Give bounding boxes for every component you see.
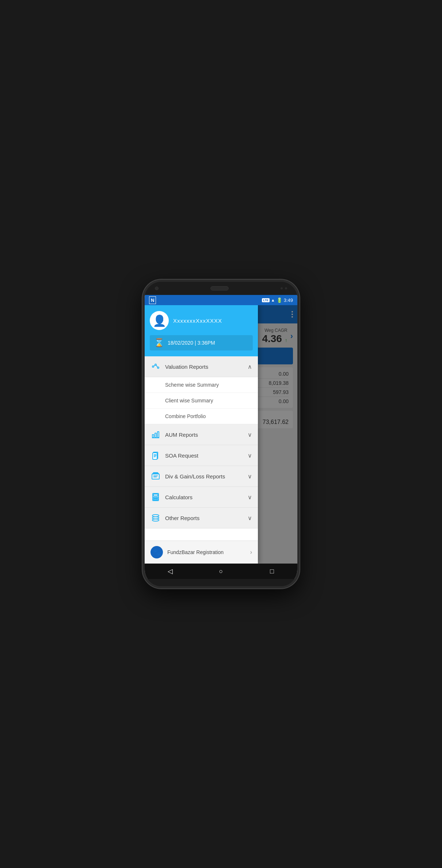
valuation-reports-submenu: Scheme wise Summary Client wise Summary …: [145, 377, 258, 424]
time-display: 3:49: [284, 297, 293, 303]
svg-rect-6: [155, 433, 156, 437]
soa-request-icon: [150, 450, 161, 460]
sensor-dot: [281, 287, 283, 289]
fundzbazar-label: FundzBazar Registration: [167, 549, 250, 555]
client-wise-summary-item[interactable]: Client wise Summary: [145, 393, 258, 409]
soa-request-chevron: ∨: [248, 452, 252, 459]
user-row: 👤 XxxxxxxXxxXXXX: [150, 311, 253, 330]
datetime-row: ⌛ 18/02/2020 | 3:36PM: [150, 335, 253, 350]
user-icon: 👤: [153, 314, 166, 327]
fundzbazar-arrow-icon: ›: [250, 549, 252, 556]
div-gain-label: Div & Gain/Loss Reports: [165, 473, 248, 480]
other-reports-header[interactable]: Other Reports ∨: [145, 508, 258, 528]
phone-frame: N LTE ▲ 🔋 3:49: [142, 280, 300, 588]
phone-top-bar: [145, 282, 297, 295]
soa-request-label: SOA Request: [165, 452, 248, 459]
calculators-label: Calculators: [165, 494, 248, 500]
other-reports-label: Other Reports: [165, 515, 248, 521]
camera: [155, 287, 159, 290]
valuation-reports-label: Valuation Reports: [165, 364, 248, 370]
speaker: [210, 286, 229, 291]
drawer-dim-overlay[interactable]: [258, 305, 297, 564]
fundzbazar-icon-inner: 🐾: [153, 548, 161, 556]
svg-rect-16: [153, 473, 158, 473]
app-notification-icon: N: [149, 296, 156, 304]
status-left: N: [149, 296, 156, 304]
valuation-reports-icon: [150, 361, 161, 372]
svg-rect-7: [157, 432, 159, 437]
svg-rect-26: [156, 499, 158, 500]
lte-badge: LTE: [262, 298, 270, 302]
battery-icon: 🔋: [277, 297, 282, 303]
svg-point-29: [152, 519, 159, 521]
calculators-icon: [150, 492, 161, 502]
sensors: [281, 287, 287, 289]
aum-reports-icon: [150, 429, 161, 440]
div-gain-header[interactable]: Div & Gain/Loss Reports ∨: [145, 466, 258, 487]
svg-line-4: [156, 365, 157, 367]
status-bar: N LTE ▲ 🔋 3:49: [145, 295, 297, 305]
fundzbazar-icon: 🐾: [150, 546, 163, 558]
aum-reports-chevron: ∨: [248, 431, 252, 438]
valuation-reports-chevron-up: ∧: [248, 363, 252, 370]
phone-screen: N LTE ▲ 🔋 3:49: [145, 295, 297, 579]
other-reports-icon: [150, 513, 161, 523]
other-reports-chevron: ∨: [248, 515, 252, 522]
svg-rect-23: [156, 497, 158, 498]
bottom-navigation: ◁ ○ □: [145, 564, 297, 579]
drawer-overlay: 👤 XxxxxxxXxxXXXX ⌛ 18/02/2020 | 3:36PM: [145, 305, 297, 564]
drawer-header: 👤 XxxxxxxXxxXXXX ⌛ 18/02/2020 | 3:36PM: [145, 305, 258, 356]
calculators-header[interactable]: Calculators ∨: [145, 487, 258, 508]
screen-content: ₹ Weg CAGR 4.36 ↑ › ₹5,000.00 ₹: [145, 305, 297, 564]
username-text: XxxxxxxXxxXXXX: [173, 318, 222, 324]
svg-point-0: [152, 366, 154, 367]
soa-request-header[interactable]: SOA Request ∨: [145, 445, 258, 466]
div-gain-icon: [150, 471, 161, 481]
div-gain-chevron: ∨: [248, 473, 252, 480]
drawer-footer[interactable]: 🐾 FundzBazar Registration ›: [145, 541, 258, 564]
svg-rect-5: [152, 435, 154, 437]
navigation-drawer: 👤 XxxxxxxXxxXXXX ⌛ 18/02/2020 | 3:36PM: [145, 305, 258, 564]
home-button[interactable]: ○: [214, 565, 228, 578]
calculators-chevron: ∨: [248, 494, 252, 501]
status-right: LTE ▲ 🔋 3:49: [262, 297, 293, 303]
datetime-text: 18/02/2020 | 3:36PM: [168, 340, 215, 346]
svg-point-2: [157, 367, 159, 368]
valuation-reports-header[interactable]: Valuation Reports ∧: [145, 356, 258, 377]
svg-line-3: [154, 365, 155, 367]
aum-reports-header[interactable]: AUM Reports ∨: [145, 424, 258, 445]
hourglass-icon: ⌛: [154, 338, 164, 348]
phone-bottom-bar: [145, 579, 297, 586]
signal-icon: ▲: [271, 298, 275, 302]
scheme-wise-summary-item[interactable]: Scheme wise Summary: [145, 377, 258, 393]
svg-rect-20: [153, 494, 158, 496]
sensor-dot-2: [285, 287, 287, 289]
svg-point-1: [155, 364, 156, 365]
avatar: 👤: [150, 311, 169, 330]
combine-portfolio-item[interactable]: Combine Portfolio: [145, 409, 258, 424]
back-button[interactable]: ◁: [164, 565, 177, 578]
drawer-menu[interactable]: Valuation Reports ∧ Scheme wise Summary …: [145, 356, 258, 541]
aum-reports-label: AUM Reports: [165, 432, 248, 438]
recent-apps-button[interactable]: □: [265, 565, 278, 578]
